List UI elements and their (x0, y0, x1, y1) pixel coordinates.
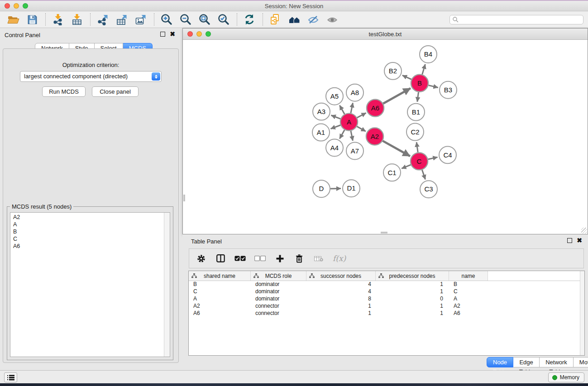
graph-edge-C-C2[interactable] (416, 142, 418, 152)
float-panel-icon[interactable] (567, 238, 572, 243)
show-all-button[interactable] (325, 13, 340, 26)
result-item[interactable]: A6 (10, 243, 163, 250)
network-view-window: testGlobe.txt B4B2BB3A8A5A6A3B1AA1C2A2A4… (182, 28, 588, 234)
graph-edge-C-C4[interactable] (428, 157, 438, 159)
graph-edge-C-C3[interactable] (422, 170, 425, 179)
hierarchy-icon (309, 273, 315, 280)
graph-edge-B-B2[interactable] (402, 75, 411, 79)
column-header-predecessor-nodes[interactable]: predecessor nodes (376, 271, 449, 281)
first-neighbors-button[interactable] (287, 13, 302, 26)
toolbar-separator (45, 13, 46, 26)
column-header-successor-nodes[interactable]: successor nodes (306, 271, 376, 281)
graph-edge-A-A5[interactable] (339, 105, 344, 114)
table-row[interactable]: A2connector 11 A2 (189, 303, 580, 310)
search-input[interactable] (461, 16, 580, 24)
open-folder-icon (7, 14, 19, 25)
mcds-result-list[interactable]: A2 A B C A6 (10, 212, 170, 357)
node-table: shared name MCDS role successor nodes pr… (188, 271, 585, 356)
graph-node-label-B2: B2 (389, 67, 397, 75)
show-panels-button[interactable] (4, 372, 17, 382)
zoom-out-button[interactable] (178, 13, 193, 26)
delete-table-button[interactable] (313, 255, 324, 262)
result-item[interactable]: A (10, 221, 163, 228)
export-table-icon (116, 14, 128, 25)
graph-node-label-C1: C1 (387, 169, 396, 176)
graph-edge-B-B4[interactable] (422, 64, 425, 75)
graph-node-label-A8: A8 (351, 89, 359, 96)
import-table-button[interactable] (69, 13, 85, 26)
graph-edge-B-B3[interactable] (428, 85, 438, 87)
graph-node-label-B4: B4 (424, 50, 432, 58)
network-window-titlebar[interactable]: testGlobe.txt (183, 29, 588, 40)
graph-node-label-A5: A5 (330, 92, 339, 100)
status-bar: Memory (0, 370, 588, 383)
graph-edge-A-A6[interactable] (357, 113, 366, 118)
float-panel-icon[interactable] (160, 32, 165, 37)
function-builder-button[interactable]: f(x) (333, 254, 346, 263)
graph-edge-A-A3[interactable] (331, 115, 341, 119)
zoom-fit-content-button[interactable] (197, 13, 212, 26)
tab-motifs[interactable]: Motifs (574, 357, 588, 367)
tab-edge-table[interactable]: Edge Table (513, 357, 540, 367)
network-canvas[interactable]: B4B2BB3A8A5A6A3B1AA1C2A2A4A7C4CC1C3DD1 (183, 40, 588, 234)
add-column-button[interactable] (274, 255, 285, 262)
plus-icon (276, 255, 284, 262)
tab-network-table[interactable]: Network Table (540, 357, 574, 367)
graph-edge-A-A4[interactable] (339, 130, 344, 138)
optimization-criterion-select[interactable]: largest connected component (directed) (20, 71, 162, 82)
select-all-button[interactable] (234, 256, 246, 261)
tab-node-table[interactable]: Node Table (487, 357, 513, 367)
new-network-from-selection-button[interactable] (268, 13, 283, 26)
graph-edge-A-A1[interactable] (331, 125, 341, 129)
graph-edge-A2-C[interactable] (382, 141, 410, 156)
graph-edge-A-A2[interactable] (357, 126, 366, 131)
select-all-icon (234, 256, 246, 261)
graph-edge-A-A7[interactable] (351, 131, 353, 141)
graph-node-label-A2: A2 (371, 133, 379, 140)
network-graph[interactable]: B4B2BB3A8A5A6A3B1AA1C2A2A4A7C4CC1C3DD1 (183, 40, 588, 234)
memory-button[interactable]: Memory (548, 372, 584, 382)
table-settings-button[interactable] (196, 254, 206, 263)
hide-selected-button[interactable] (306, 13, 321, 26)
deselect-all-button[interactable] (254, 256, 266, 261)
apply-preferred-layout-button[interactable] (242, 13, 257, 26)
export-image-button[interactable] (133, 13, 148, 26)
zoom-selected-button[interactable] (216, 13, 231, 26)
graph-edge-A-A8[interactable] (351, 103, 353, 113)
run-mcds-button[interactable]: Run MCDS (42, 86, 86, 97)
zoom-selected-icon (217, 13, 230, 26)
canvas-vertical-scroll-thumb[interactable] (183, 195, 185, 201)
result-item[interactable]: A2 (10, 214, 163, 221)
zoom-in-button[interactable] (159, 13, 174, 26)
export-network-button[interactable] (95, 13, 110, 26)
search-field[interactable] (449, 15, 583, 24)
column-header-shared-name[interactable]: shared name (189, 271, 251, 281)
close-panel-button[interactable]: Close panel (92, 86, 139, 97)
column-header-name[interactable]: name (449, 271, 488, 281)
table-row[interactable]: A6connector 11 A6 (189, 310, 580, 317)
close-panel-icon[interactable]: ✖ (577, 238, 582, 243)
graph-edge-B-B1[interactable] (417, 92, 419, 102)
columns-icon (216, 254, 225, 262)
table-row[interactable]: Adominator 80 A (189, 295, 580, 303)
table-row[interactable]: Bdominator 41 B (189, 281, 580, 288)
save-session-button[interactable] (24, 13, 40, 26)
import-network-button[interactable] (50, 13, 66, 26)
graph-edge-C-C1[interactable] (402, 165, 411, 168)
result-item[interactable]: C (10, 235, 163, 243)
result-list-scrollbar[interactable] (164, 213, 170, 357)
toolbar-separator (154, 13, 154, 26)
window-resize-grip[interactable] (581, 228, 587, 234)
open-session-button[interactable] (5, 13, 21, 26)
canvas-horizontal-scroll-thumb[interactable] (381, 232, 387, 234)
column-header-mcds-role[interactable]: MCDS role (251, 271, 306, 281)
graph-edge-A6-B[interactable] (383, 88, 411, 104)
memory-label: Memory (560, 374, 579, 381)
show-columns-button[interactable] (215, 254, 226, 262)
export-table-button[interactable] (114, 13, 129, 26)
table-scrollbar[interactable] (580, 271, 584, 355)
delete-column-button[interactable] (294, 254, 305, 263)
table-row[interactable]: Cdominator 41 C (189, 288, 580, 295)
close-panel-icon[interactable]: ✖ (170, 32, 175, 37)
result-item[interactable]: B (10, 228, 163, 235)
